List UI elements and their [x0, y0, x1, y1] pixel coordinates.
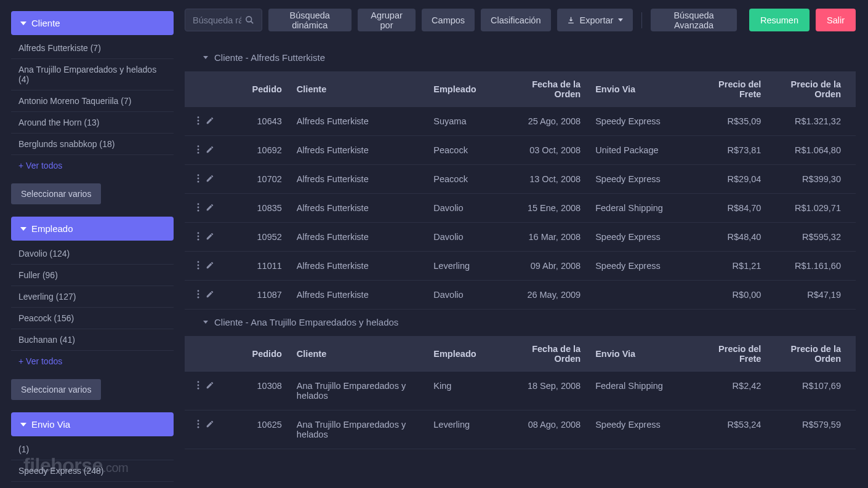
cell-frete: R$53,24: [688, 410, 768, 449]
edit-icon[interactable]: [206, 116, 214, 125]
table-row[interactable]: 11011 Alfreds Futterkiste Leverling 09 A…: [185, 252, 856, 281]
view-all-link[interactable]: + Ver todos: [11, 155, 174, 176]
filter-item[interactable]: United Package (326): [11, 482, 174, 488]
export-button[interactable]: Exportar: [557, 9, 633, 31]
cell-empleado: King: [426, 372, 507, 410]
svg-point-13: [198, 210, 199, 212]
col-empleado[interactable]: Empleado: [426, 71, 507, 107]
filter-item[interactable]: Peacock (156): [11, 308, 174, 329]
svg-point-14: [198, 232, 199, 234]
filter-panel: ClienteAlfreds Futterkiste (7)Ana Trujil…: [11, 11, 174, 204]
cell-cliente: Alfreds Futterkiste: [289, 223, 426, 252]
col-pedido[interactable]: Pedido: [227, 71, 289, 107]
cell-fecha: 16 Mar, 2008: [507, 223, 588, 252]
panel-header[interactable]: Envio Via: [11, 412, 174, 436]
group-header[interactable]: Cliente - Ana Trujillo Emparedados y hel…: [185, 310, 856, 336]
col-fecha[interactable]: Fecha de la Orden: [507, 71, 588, 107]
quick-search[interactable]: [185, 9, 262, 31]
view-all-link[interactable]: + Ver todos: [11, 351, 174, 372]
cell-cliente: Ana Trujillo Emparedados y helados: [289, 410, 426, 449]
row-menu-icon[interactable]: [197, 232, 199, 241]
filter-item[interactable]: Berglunds snabbkop (18): [11, 134, 174, 155]
edit-icon[interactable]: [206, 420, 214, 428]
edit-icon[interactable]: [206, 261, 214, 270]
svg-point-24: [198, 385, 199, 386]
edit-icon[interactable]: [206, 381, 214, 390]
cell-fecha: 15 Ene, 2008: [507, 194, 588, 223]
svg-point-5: [198, 145, 199, 147]
table-row[interactable]: 11087 Alfreds Futterkiste Davolio 26 May…: [185, 281, 856, 310]
group-by-button[interactable]: Agrupar por: [358, 9, 416, 31]
cell-envio: Speedy Express: [588, 223, 688, 252]
filter-item[interactable]: (1): [11, 439, 174, 460]
row-menu-icon[interactable]: [197, 145, 199, 154]
select-multiple-button[interactable]: Seleccionar varios: [11, 379, 101, 400]
cell-orden: R$1.064,80: [768, 136, 856, 165]
filter-item[interactable]: Buchanan (41): [11, 329, 174, 351]
table-row[interactable]: 10835 Alfreds Futterkiste Davolio 15 Ene…: [185, 194, 856, 223]
col-empleado[interactable]: Empleado: [426, 336, 507, 372]
cell-pedido: 11011: [227, 252, 289, 281]
cell-frete: R$84,70: [688, 194, 768, 223]
group-header[interactable]: Cliente - Alfreds Futterkiste: [185, 45, 856, 71]
cell-empleado: Peacock: [426, 165, 507, 194]
col-envio[interactable]: Envio Via: [588, 71, 688, 107]
classification-button[interactable]: Clasificación: [481, 9, 550, 31]
panel-header[interactable]: Empleado: [11, 217, 174, 241]
dynamic-search-button[interactable]: Búsqueda dinámica: [268, 9, 352, 31]
table-row[interactable]: 10643 Alfreds Futterkiste Suyama 25 Ago,…: [185, 107, 856, 136]
table-row[interactable]: 10952 Alfreds Futterkiste Davolio 16 Mar…: [185, 223, 856, 252]
col-cliente[interactable]: Cliente: [289, 336, 426, 372]
table-row[interactable]: 10702 Alfreds Futterkiste Peacock 13 Oct…: [185, 165, 856, 194]
table-row[interactable]: 10625 Ana Trujillo Emparedados y helados…: [185, 410, 856, 449]
row-menu-icon[interactable]: [197, 420, 199, 428]
cell-orden: R$47,19: [768, 281, 856, 310]
filter-item[interactable]: Speedy Express (248): [11, 460, 174, 482]
filter-item[interactable]: Ana Trujillo Emparedados y helados (4): [11, 59, 174, 90]
filter-item[interactable]: Alfreds Futterkiste (7): [11, 38, 174, 59]
export-label: Exportar: [580, 15, 614, 25]
row-menu-icon[interactable]: [197, 116, 199, 125]
col-fecha[interactable]: Fecha de la Orden: [507, 336, 588, 372]
row-menu-icon[interactable]: [197, 381, 199, 390]
filter-item[interactable]: Leverling (127): [11, 286, 174, 308]
chevron-down-icon: [618, 18, 623, 22]
cell-pedido: 10625: [227, 410, 289, 449]
edit-icon[interactable]: [206, 145, 214, 154]
select-multiple-button[interactable]: Seleccionar varios: [11, 183, 101, 204]
panel-header[interactable]: Cliente: [11, 11, 174, 35]
col-orden[interactable]: Precio de la Orden: [768, 336, 856, 372]
search-input[interactable]: [193, 15, 241, 25]
filter-item[interactable]: Antonio Moreno Taqueriila (7): [11, 90, 174, 112]
summary-button[interactable]: Resumen: [749, 9, 810, 31]
edit-icon[interactable]: [206, 290, 214, 298]
filter-item[interactable]: Davolio (124): [11, 243, 174, 265]
col-pedido[interactable]: Pedido: [227, 336, 289, 372]
col-cliente[interactable]: Cliente: [289, 71, 426, 107]
advanced-search-button[interactable]: Búsqueda Avanzada: [651, 9, 737, 31]
edit-icon[interactable]: [206, 203, 214, 212]
table-row[interactable]: 10692 Alfreds Futterkiste Peacock 03 Oct…: [185, 136, 856, 165]
row-menu-icon[interactable]: [197, 203, 199, 212]
svg-line-1: [251, 21, 253, 23]
svg-point-26: [198, 420, 199, 422]
row-menu-icon[interactable]: [197, 261, 199, 270]
svg-point-22: [198, 297, 199, 298]
exit-button[interactable]: Salir: [816, 9, 856, 31]
cell-empleado: Davolio: [426, 281, 507, 310]
filter-item[interactable]: Around the Horn (13): [11, 112, 174, 134]
row-menu-icon[interactable]: [197, 290, 199, 298]
col-envio[interactable]: Envio Via: [588, 336, 688, 372]
edit-icon[interactable]: [206, 174, 214, 183]
cell-empleado: Leverling: [426, 252, 507, 281]
col-orden[interactable]: Precio de la Orden: [768, 71, 856, 107]
row-menu-icon[interactable]: [197, 174, 199, 183]
table-row[interactable]: 10308 Ana Trujillo Emparedados y helados…: [185, 372, 856, 410]
search-icon[interactable]: [241, 12, 258, 28]
col-frete[interactable]: Precio del Frete: [688, 71, 768, 107]
cell-pedido: 10835: [227, 194, 289, 223]
col-frete[interactable]: Precio del Frete: [688, 336, 768, 372]
fields-button[interactable]: Campos: [422, 9, 475, 31]
filter-item[interactable]: Fuller (96): [11, 265, 174, 286]
edit-icon[interactable]: [206, 232, 214, 241]
